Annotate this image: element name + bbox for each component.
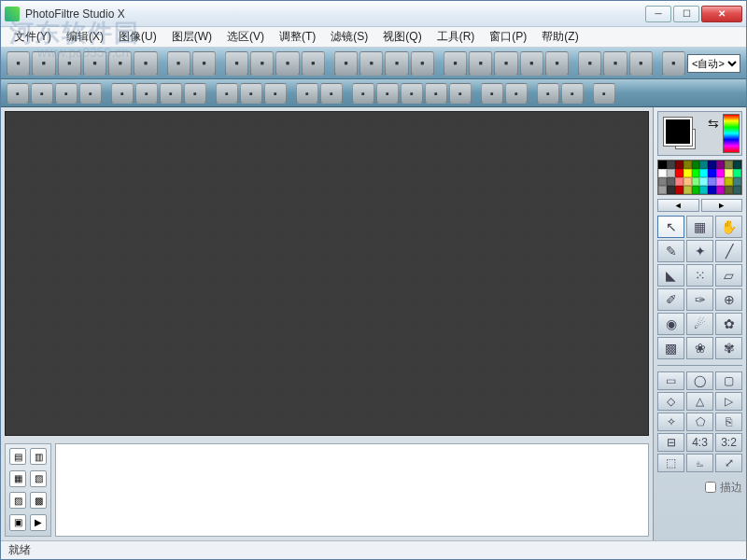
rgb-button[interactable]: ▪ <box>578 51 601 76</box>
shape-diamond[interactable]: ◇ <box>657 392 684 411</box>
swatch[interactable] <box>692 177 700 186</box>
layer-btn-2[interactable]: ▦ <box>9 470 26 487</box>
redo-button[interactable]: ▪ <box>192 51 216 76</box>
gear-button[interactable]: ▪ <box>662 51 685 76</box>
tool-pointer[interactable]: ↖ <box>657 216 684 238</box>
shape-triangle2[interactable]: ▷ <box>715 392 742 411</box>
auto--button[interactable]: ▪ <box>296 83 318 104</box>
tool-smudge[interactable]: ☄ <box>686 313 713 335</box>
swatch[interactable] <box>692 186 700 194</box>
tool-wand[interactable]: ✦ <box>686 240 713 262</box>
more-button[interactable]: ▪ <box>593 83 615 104</box>
select-button[interactable]: ▪ <box>494 51 517 76</box>
layer-btn-7[interactable]: ▶ <box>30 514 47 531</box>
swatch[interactable] <box>667 177 675 186</box>
palette-prev-button[interactable]: ◄ <box>657 199 699 212</box>
shape-ratio-32[interactable]: 3:2 <box>715 433 742 452</box>
swatch[interactable] <box>725 161 733 169</box>
shape-expand[interactable]: ⤢ <box>715 454 742 472</box>
text-button[interactable]: ▪ <box>520 51 543 76</box>
contrast+-button[interactable]: ▪ <box>79 83 102 104</box>
tool-hand[interactable]: ✋ <box>715 216 742 238</box>
canvas-area[interactable] <box>5 111 649 436</box>
tool-blur[interactable]: ◉ <box>657 313 684 335</box>
swatch[interactable] <box>675 161 684 169</box>
tool-fill[interactable]: ◣ <box>657 264 684 287</box>
color-selector[interactable]: ⇆ <box>657 111 742 156</box>
tool-line[interactable]: ╱ <box>715 240 742 262</box>
tile3-button[interactable]: ▪ <box>401 83 423 104</box>
sat--button[interactable]: ▪ <box>160 83 182 104</box>
swatch[interactable] <box>684 186 692 194</box>
bright+-button[interactable]: ▪ <box>31 83 53 104</box>
shape-dashrect[interactable]: ⬚ <box>657 454 684 472</box>
swatch[interactable] <box>733 161 741 169</box>
menu-选区(V)[interactable]: 选区(V) <box>219 27 272 47</box>
swatch[interactable] <box>658 169 667 177</box>
layer-btn-4[interactable]: ▨ <box>9 492 26 509</box>
fit-button[interactable]: ▪ <box>302 51 325 76</box>
shape-rect[interactable]: ▭ <box>657 371 684 390</box>
swatch[interactable] <box>667 186 675 194</box>
swatch[interactable] <box>716 177 725 186</box>
layer-btn-1[interactable]: ▥ <box>30 448 47 465</box>
shape-triangle[interactable]: △ <box>686 392 713 411</box>
paste-button[interactable]: ▪ <box>250 51 274 76</box>
actual-button[interactable]: ▪ <box>385 51 408 76</box>
gamma+-button[interactable]: ▪ <box>135 83 158 104</box>
swatch[interactable] <box>733 177 741 186</box>
open-button[interactable]: ▪ <box>32 51 55 76</box>
noise2-button[interactable]: ▪ <box>561 83 584 104</box>
tool-brush[interactable]: ✐ <box>657 288 684 311</box>
swatch[interactable] <box>725 177 733 186</box>
swatch[interactable] <box>692 161 700 169</box>
menu-调整(T)[interactable]: 调整(T) <box>272 27 323 47</box>
shape-folder[interactable]: ⎘ <box>715 413 742 431</box>
swatch[interactable] <box>725 186 733 194</box>
foreground-color[interactable] <box>664 118 692 146</box>
tool-picker[interactable]: ✎ <box>657 240 684 262</box>
swatch[interactable] <box>658 186 667 194</box>
menu-窗口(P)[interactable]: 窗口(P) <box>482 27 534 47</box>
swatch[interactable] <box>699 186 708 194</box>
tool-move[interactable]: ▦ <box>686 216 713 238</box>
swatch[interactable] <box>733 186 741 194</box>
tool-nozzle[interactable]: ✾ <box>715 337 742 359</box>
copy-button[interactable]: ▪ <box>225 51 248 76</box>
layer-strip[interactable] <box>55 443 649 537</box>
new-button[interactable]: ▪ <box>7 51 30 76</box>
menu-图像(U)[interactable]: 图像(U) <box>111 27 164 47</box>
swatch[interactable] <box>699 177 708 186</box>
palette-next-button[interactable]: ► <box>701 199 743 212</box>
menu-文件(Y)[interactable]: 文件(Y) <box>7 27 59 47</box>
swatch[interactable] <box>658 177 667 186</box>
menu-编辑(X)[interactable]: 编辑(X) <box>59 27 111 47</box>
swatch[interactable] <box>667 169 675 177</box>
menu-图层(W)[interactable]: 图层(W) <box>164 27 219 47</box>
shape-ratio-square[interactable]: ⊟ <box>657 433 684 452</box>
swatch[interactable] <box>684 169 692 177</box>
swatch[interactable] <box>699 161 708 169</box>
swatch[interactable] <box>675 169 684 177</box>
menu-视图(Q)[interactable]: 视图(Q) <box>375 27 429 47</box>
shape-crop[interactable]: ⎁ <box>686 454 713 472</box>
swatch[interactable] <box>658 161 667 169</box>
stroke-checkbox[interactable] <box>705 482 716 493</box>
minimize-button[interactable]: ─ <box>645 6 671 22</box>
saveall-button[interactable]: ▪ <box>83 51 106 76</box>
tile1-button[interactable]: ▪ <box>352 83 374 104</box>
tile5-button[interactable]: ▪ <box>449 83 472 104</box>
fullscreen-button[interactable]: ▪ <box>411 51 434 76</box>
swatch[interactable] <box>725 169 733 177</box>
swatch[interactable] <box>684 177 692 186</box>
plugins-button[interactable]: ▪ <box>629 51 653 76</box>
grid-button[interactable]: ▪ <box>469 51 492 76</box>
color-spectrum[interactable] <box>723 114 740 153</box>
undo-button[interactable]: ▪ <box>167 51 190 76</box>
zoomin-button[interactable]: ▪ <box>334 51 358 76</box>
swatch[interactable] <box>692 169 700 177</box>
menu-滤镜(S)[interactable]: 滤镜(S) <box>323 27 375 47</box>
swatch[interactable] <box>699 169 708 177</box>
curves-button[interactable]: ▪ <box>264 83 287 104</box>
tool-deform[interactable]: ▩ <box>657 337 684 359</box>
